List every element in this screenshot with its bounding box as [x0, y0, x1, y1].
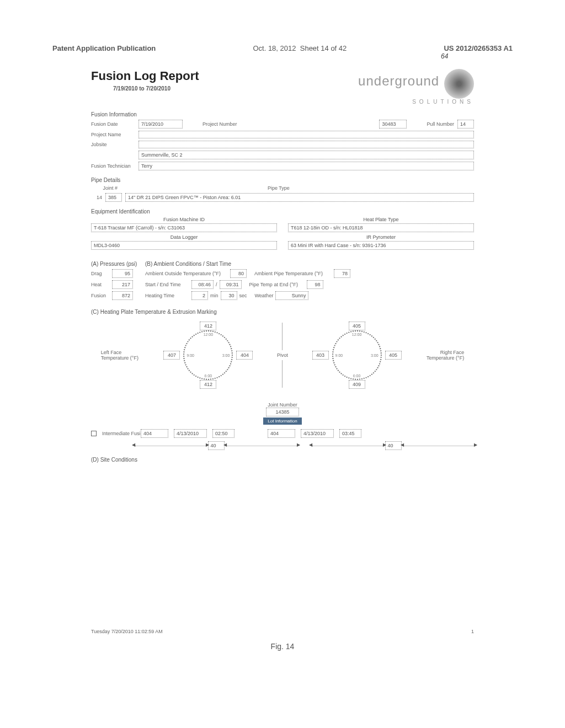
label-data-logger: Data Logger — [91, 234, 277, 240]
section-site-conditions: (D) Site Conditions — [91, 457, 474, 463]
field-technician: Terry — [138, 162, 474, 170]
field-jobsite2: Summerville, SC 2 — [138, 151, 474, 159]
field-start-time: 08:46 — [191, 280, 214, 289]
len-right: 40 — [385, 441, 402, 450]
field-joint-number: 14385 — [266, 408, 299, 416]
logo-text: underground — [358, 73, 439, 88]
label-joint-number: Joint Number — [91, 402, 474, 408]
left-temp-3: 404 — [236, 351, 253, 360]
lot-info-banner: Lot Information — [263, 417, 301, 425]
report-content: Fusion Log Report 7/19/2010 to 7/20/2010… — [0, 58, 565, 463]
field-drag: 95 — [112, 269, 133, 278]
logo-subtitle: SOLUTIONS — [358, 99, 474, 105]
right-temp-3: 405 — [385, 351, 402, 360]
pivot-column: Pivot — [277, 320, 288, 390]
figure-label: Fig. 14 — [271, 642, 295, 651]
field-heat-plate: T618 12-18in OD - s/n: HL01818 — [288, 223, 474, 232]
publication-left: Patent Application Publication — [52, 44, 156, 52]
arrow-left-icon — [135, 446, 206, 446]
label-intermediate: Intermediate Fusion — [102, 431, 135, 436]
joint-prefix: 14 — [91, 195, 102, 200]
len-left: 40 — [208, 441, 225, 450]
intermediate-checkbox[interactable] — [91, 431, 97, 436]
inter-right-v1: 404 — [268, 429, 295, 438]
footer-timestamp: Tuesday 7/20/2010 11:02:59 AM — [91, 629, 163, 634]
left-temp-12: 412 — [200, 322, 216, 330]
inter-right-v3: 03:45 — [339, 429, 361, 438]
label-project-name: Project Name — [91, 132, 135, 137]
field-heat: 217 — [112, 280, 133, 289]
label-project-number: Project Number — [202, 121, 237, 127]
logo-area: 64 underground SOLUTIONS — [358, 69, 474, 105]
label-heating-time: Heating Time — [145, 293, 189, 298]
field-fusion-date: 7/19/2010 — [138, 120, 183, 129]
field-heating-sec: 30 — [221, 291, 237, 300]
field-end-time: 09:31 — [220, 280, 242, 289]
label-heat-plate: Heat Plate Type — [288, 217, 474, 222]
right-face-label: Right Face Temperature (°F) — [425, 350, 464, 361]
arrow-left2-icon — [227, 446, 297, 446]
right-clock-group: 403 12:00 3:00 6:00 9:00 405 409 405 — [312, 330, 402, 380]
right-temp-6: 409 — [349, 380, 365, 389]
publication-number: US 2012/0265353 A1 — [444, 44, 513, 52]
label-amb-temp: Ambient Outside Temperature (°F) — [145, 271, 228, 276]
field-jobsite1 — [138, 141, 474, 148]
right-clock-icon: 12:00 3:00 6:00 9:00 405 409 — [332, 330, 382, 380]
section-conditions: (B) Ambient Conditions / Start Time — [145, 261, 474, 267]
left-face-label: Left Face Temperature (°F) — [101, 350, 140, 361]
label-fusion-psi: Fusion — [91, 293, 109, 298]
publication-date: Oct. 18, 2012 Sheet 14 of 42 — [253, 44, 347, 52]
field-joint-num: 385 — [105, 193, 122, 202]
arrow-right-icon — [312, 446, 383, 446]
left-temp-6: 412 — [200, 380, 216, 389]
ref-number-64: 64 — [441, 52, 448, 60]
section-heating-plate: (C) Heating Plate Temperature & Extrusio… — [91, 309, 474, 315]
field-pipe-end-temp: 98 — [307, 280, 323, 289]
pivot-label: Pivot — [277, 352, 288, 358]
section-pipe-details: Pipe Details — [91, 177, 474, 183]
field-pipe-type: 14" DR 21 DIPS Green FPVC™ - Piston Area… — [125, 193, 474, 202]
label-joint: Joint # — [91, 185, 118, 191]
title-row: Fusion Log Report 7/19/2010 to 7/20/2010… — [91, 69, 474, 105]
label-pull-number: Pull Number — [427, 121, 454, 127]
label-fusion-date: Fusion Date — [91, 121, 135, 127]
report-footer: Tuesday 7/20/2010 11:02:59 AM 1 — [91, 629, 474, 634]
field-heating-min: 2 — [191, 291, 208, 300]
field-project-name — [138, 131, 474, 138]
field-amb-temp: 80 — [230, 269, 247, 278]
section-fusion-info: Fusion Information — [91, 111, 474, 117]
right-temp-12: 405 — [349, 322, 365, 330]
arrow-right2-icon — [404, 446, 475, 446]
patent-header: Patent Application Publication Oct. 18, … — [0, 0, 565, 58]
footer-page: 1 — [471, 629, 474, 634]
label-pipe-temp: Ambient Pipe Temperature (°F) — [254, 271, 332, 276]
inter-left-v1: 404 — [141, 429, 168, 438]
unit-min: min — [210, 293, 218, 298]
label-pyrometer: IR Pyrometer — [288, 234, 474, 240]
label-pipe-type: Pipe Type — [268, 185, 290, 191]
label-start-end: Start / End Time — [145, 282, 189, 287]
date-range: 7/19/2010 to 7/20/2010 — [113, 85, 199, 92]
field-weather: Sunny — [275, 291, 308, 300]
label-weather: Weather — [255, 293, 274, 298]
unit-sec: sec — [239, 293, 247, 298]
field-fusion-psi: 872 — [112, 291, 133, 300]
field-data-logger: MDL3-0460 — [91, 241, 277, 250]
left-temp-9: 407 — [163, 351, 180, 360]
field-pull-number: 14 — [457, 120, 474, 129]
right-temp-9: 403 — [312, 351, 329, 360]
field-pyrometer: 63 Mini IR with Hard Case - s/n: 9391-17… — [288, 241, 474, 250]
left-clock-group: 407 12:00 3:00 6:00 9:00 412 412 404 — [163, 330, 253, 380]
field-project-number: 30483 — [379, 120, 407, 129]
left-clock-icon: 12:00 3:00 6:00 9:00 412 412 — [183, 330, 233, 380]
label-heat: Heat — [91, 282, 109, 287]
label-pipe-end-temp: Pipe Temp at End (°F) — [249, 282, 305, 287]
label-jobsite: Jobsite — [91, 142, 135, 147]
section-pressures: (A) Pressures (psi) — [91, 261, 141, 267]
label-drag: Drag — [91, 271, 109, 276]
label-machine-id: Fusion Machine ID — [91, 217, 277, 222]
section-equipment: Equipment Identification — [91, 208, 474, 215]
logo-swirl-icon — [444, 69, 474, 99]
field-pipe-temp: 78 — [334, 269, 350, 278]
inter-left-v3: 02:50 — [212, 429, 234, 438]
